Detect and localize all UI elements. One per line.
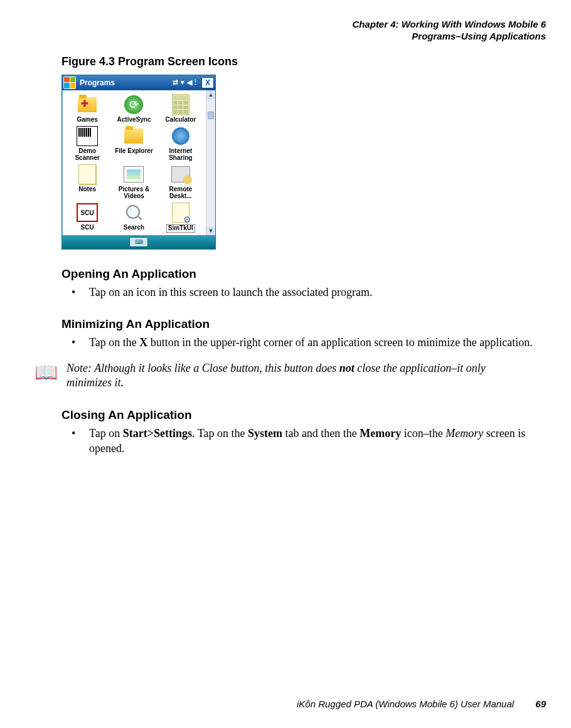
pictures-icon — [123, 164, 144, 185]
app-label: SimTkUI — [166, 224, 195, 233]
t: Memory — [446, 427, 483, 440]
app-activesync[interactable]: ⟳ ActiveSync — [111, 94, 156, 124]
globe-icon — [170, 125, 191, 147]
programs-screenshot: Programs ⇄ ▾ ◀⋮ X Games ⟳ ActiveSync Cal… — [61, 75, 216, 250]
app-label: Remote Deskt... — [169, 186, 192, 199]
app-label: Search — [124, 224, 144, 231]
page-header: Chapter 4: Working With Windows Mobile 6… — [25, 19, 546, 43]
app-simtkui[interactable]: SimTkUI — [158, 202, 203, 233]
status-icons: ⇄ ▾ ◀⋮ — [173, 78, 199, 87]
app-label: ActiveSync — [117, 117, 151, 124]
scu-icon: SCU — [77, 202, 98, 223]
bullet-text: Tap on an icon in this screen to launch … — [89, 286, 373, 298]
note-text: Note: Although it looks like a Close but… — [67, 361, 521, 391]
footer-text: iKôn Rugged PDA (Windows Mobile 6) User … — [297, 699, 514, 709]
header-line1: Chapter 4: Working With Windows Mobile 6 — [25, 19, 546, 31]
t: tab and then the — [282, 427, 360, 440]
t: Tap on — [89, 427, 123, 440]
book-icon: 📖 — [31, 360, 60, 384]
keyboard-icon[interactable]: ⌨ — [129, 237, 148, 247]
app-file-explorer[interactable]: File Explorer — [111, 125, 156, 161]
heading-opening: Opening An Application — [61, 267, 546, 281]
simtkui-icon — [170, 202, 191, 223]
app-games[interactable]: Games — [65, 94, 110, 124]
bullet-list: Tap on the X button in the upper-right c… — [61, 335, 546, 350]
signal-icon: ▾ — [181, 78, 184, 87]
app-search[interactable]: Search — [111, 202, 156, 233]
list-item: Tap on the X button in the upper-right c… — [78, 335, 546, 350]
activesync-icon: ⟳ — [123, 94, 144, 115]
app-label: Demo Scanner — [75, 148, 99, 161]
remote-desktop-icon — [170, 164, 191, 185]
page-number: 69 — [535, 699, 546, 709]
app-label: SCU — [81, 224, 94, 231]
calculator-icon — [170, 94, 191, 115]
app-notes[interactable]: Notes — [65, 164, 110, 199]
bullet-list: Tap on Start>Settings. Tap on the System… — [61, 426, 546, 456]
window-title: Programs — [78, 78, 170, 87]
programs-grid: Games ⟳ ActiveSync Calculator Demo Scann… — [62, 90, 206, 235]
app-remote-desktop[interactable]: Remote Deskt... — [158, 164, 203, 199]
t: icon–the — [401, 427, 446, 440]
text-pre: Tap on the — [89, 336, 139, 349]
scroll-thumb[interactable] — [208, 112, 214, 119]
scrollbar[interactable]: ▲ ▼ — [206, 90, 215, 235]
app-label: Calculator — [165, 117, 196, 124]
barcode-icon — [77, 125, 98, 147]
note-pre: Although it looks like a Close button, t… — [94, 362, 339, 374]
heading-closing: Closing An Application — [61, 408, 546, 422]
titlebar: Programs ⇄ ▾ ◀⋮ X — [62, 75, 215, 90]
close-button[interactable]: X — [201, 77, 214, 88]
close-icon: X — [205, 78, 210, 87]
app-label: File Explorer — [115, 148, 153, 155]
text-post: button in the upper-right corner of an a… — [147, 336, 532, 349]
sip-bar: ⌨ — [62, 235, 215, 249]
app-label: Games — [77, 117, 97, 124]
folder-icon — [123, 125, 144, 147]
figure-caption: Figure 4.3 Program Screen Icons — [61, 55, 546, 68]
t: Memory — [360, 427, 401, 440]
sync-status-icon: ⇄ — [173, 78, 178, 87]
scroll-up-icon[interactable]: ▲ — [206, 90, 215, 99]
header-line2: Programs–Using Applications — [25, 31, 546, 43]
app-calculator[interactable]: Calculator — [158, 94, 203, 124]
note: 📖 Note: Although it looks like a Close b… — [31, 361, 521, 391]
app-pictures-videos[interactable]: Pictures & Videos — [111, 164, 156, 199]
app-scu[interactable]: SCU SCU — [65, 202, 110, 233]
app-internet-sharing[interactable]: Internet Sharing — [158, 125, 203, 161]
text-bold: X — [139, 336, 147, 349]
games-icon — [77, 94, 98, 115]
bullet-list: Tap on an icon in this screen to launch … — [61, 285, 546, 300]
search-icon — [123, 202, 144, 223]
app-label: Internet Sharing — [169, 148, 192, 161]
note-label: Note: — [67, 362, 94, 374]
t: Start>Settings — [123, 427, 192, 440]
scroll-down-icon[interactable]: ▼ — [206, 226, 215, 235]
notes-icon — [77, 164, 98, 185]
start-icon[interactable] — [63, 76, 76, 89]
heading-minimizing: Minimizing An Application — [61, 317, 546, 331]
app-demo-scanner[interactable]: Demo Scanner — [65, 125, 110, 161]
list-item: Tap on Start>Settings. Tap on the System… — [78, 426, 546, 456]
page-footer: iKôn Rugged PDA (Windows Mobile 6) User … — [0, 699, 546, 709]
app-label: Notes — [78, 186, 96, 193]
t: . Tap on the — [192, 427, 248, 440]
note-bold: not — [339, 362, 355, 374]
list-item: Tap on an icon in this screen to launch … — [78, 285, 546, 300]
app-label: Pictures & Videos — [119, 186, 149, 199]
t: System — [248, 427, 282, 440]
volume-icon: ◀⋮ — [187, 78, 199, 87]
